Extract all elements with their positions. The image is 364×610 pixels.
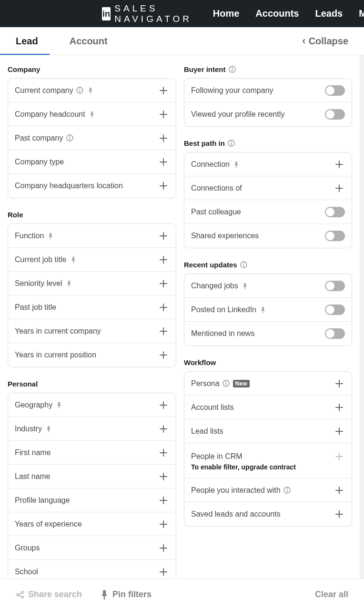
section-title-text: Best path in	[184, 139, 225, 147]
info-icon[interactable]	[76, 87, 84, 94]
pin-icon[interactable]	[65, 280, 73, 287]
toggle[interactable]	[325, 109, 345, 120]
pin-icon[interactable]	[47, 232, 54, 240]
filter-past-job-title[interactable]: Past job title	[8, 295, 176, 319]
pin-icon[interactable]	[241, 282, 249, 290]
filter-current-company[interactable]: Current company	[8, 79, 176, 102]
nav-leads[interactable]: Leads	[315, 8, 343, 19]
filter-saved-leads-accounts[interactable]: Saved leads and accounts	[184, 502, 352, 526]
filter-following-company: Following your company	[184, 79, 352, 102]
filter-label: Geography	[15, 401, 52, 409]
plus-icon[interactable]	[158, 132, 169, 144]
plus-icon[interactable]	[158, 542, 169, 554]
filter-list-personal: Geography Industry First name Last name …	[8, 393, 176, 579]
plus-icon[interactable]	[158, 423, 169, 435]
filter-past-company[interactable]: Past company	[8, 126, 176, 150]
plus-icon[interactable]	[334, 159, 345, 170]
toggle[interactable]	[325, 207, 345, 217]
nav-me[interactable]: Me	[359, 8, 364, 19]
pin-icon[interactable]	[87, 87, 94, 94]
pin-icon[interactable]	[259, 306, 267, 314]
plus-icon[interactable]	[158, 302, 169, 313]
clear-all-button[interactable]: Clear all	[315, 590, 348, 600]
info-icon[interactable]	[222, 380, 230, 387]
filter-company-hq-location[interactable]: Company headquarters location	[8, 174, 176, 198]
pin-icon[interactable]	[70, 256, 77, 264]
toggle[interactable]	[325, 231, 345, 241]
filter-company-headcount[interactable]: Company headcount	[8, 102, 176, 126]
plus-icon[interactable]	[158, 349, 169, 361]
filter-function[interactable]: Function	[8, 224, 176, 248]
collapse-label: Collapse	[309, 36, 348, 47]
plus-icon[interactable]	[158, 278, 169, 289]
pin-icon[interactable]	[88, 111, 96, 118]
info-icon[interactable]	[66, 134, 73, 142]
plus-icon[interactable]	[158, 180, 169, 192]
tab-lead[interactable]: Lead	[0, 27, 54, 55]
plus-icon[interactable]	[158, 518, 169, 530]
plus-icon[interactable]	[334, 402, 345, 413]
plus-icon[interactable]	[158, 109, 169, 120]
filter-persona[interactable]: Persona New	[184, 372, 352, 396]
info-icon[interactable]	[228, 140, 235, 147]
plus-icon[interactable]	[158, 85, 169, 96]
plus-icon[interactable]	[158, 495, 169, 506]
plus-icon[interactable]	[158, 447, 169, 458]
plus-icon[interactable]	[158, 325, 169, 337]
filter-lead-lists[interactable]: Lead lists	[184, 419, 352, 443]
filter-account-lists[interactable]: Account lists	[184, 396, 352, 419]
filter-years-experience[interactable]: Years of experience	[8, 512, 176, 536]
info-icon[interactable]	[229, 66, 236, 73]
filter-posted-linkedin: Posted on LinkedIn	[184, 298, 352, 322]
toggle[interactable]	[325, 305, 345, 315]
filter-note: To enable filter, upgrade contract	[191, 463, 345, 471]
filter-connection[interactable]: Connection	[184, 152, 352, 176]
plus-icon[interactable]	[158, 566, 169, 578]
filter-company-type[interactable]: Company type	[8, 150, 176, 174]
filter-school[interactable]: School	[8, 560, 176, 579]
filter-shared-experiences: Shared experiences	[184, 224, 352, 248]
plus-icon[interactable]	[158, 156, 169, 168]
tab-account[interactable]: Account	[54, 27, 123, 55]
pin-filters-button[interactable]: Pin filters	[100, 590, 152, 600]
main: Company Current company Company headcoun…	[0, 55, 364, 579]
info-icon[interactable]	[240, 261, 248, 269]
toggle[interactable]	[325, 328, 345, 339]
toggle[interactable]	[325, 281, 345, 291]
plus-icon[interactable]	[334, 183, 345, 194]
plus-icon[interactable]	[334, 426, 345, 437]
filter-label: Posted on LinkedIn	[191, 305, 256, 314]
toggle[interactable]	[325, 85, 345, 96]
plus-icon[interactable]	[158, 399, 169, 411]
pin-icon[interactable]	[55, 401, 63, 409]
plus-icon[interactable]	[334, 485, 345, 496]
filter-connections-of[interactable]: Connections of	[184, 176, 352, 200]
nav-home[interactable]: Home	[213, 8, 240, 19]
nav-accounts[interactable]: Accounts	[255, 8, 299, 19]
filter-years-current-position[interactable]: Years in current position	[8, 343, 176, 367]
pin-icon[interactable]	[233, 161, 240, 168]
plus-icon[interactable]	[334, 508, 345, 520]
filter-list-recent-updates: Changed jobs Posted on LinkedIn Mentione…	[184, 274, 352, 346]
filter-first-name[interactable]: First name	[8, 441, 176, 465]
filter-years-current-company[interactable]: Years in current company	[8, 319, 176, 343]
filter-groups[interactable]: Groups	[8, 536, 176, 560]
info-icon[interactable]	[283, 487, 291, 494]
filter-current-job-title[interactable]: Current job title	[8, 248, 176, 272]
filter-label: People in CRM	[191, 452, 243, 461]
filter-geography[interactable]: Geography	[8, 393, 176, 417]
collapse-button[interactable]: ‹ Collapse	[302, 36, 348, 47]
pin-icon[interactable]	[45, 425, 52, 433]
filter-last-name[interactable]: Last name	[8, 465, 176, 488]
plus-icon[interactable]	[158, 254, 169, 265]
filter-profile-language[interactable]: Profile language	[8, 488, 176, 512]
plus-icon[interactable]	[158, 230, 169, 242]
filter-industry[interactable]: Industry	[8, 417, 176, 441]
plus-icon[interactable]	[334, 378, 345, 389]
brand[interactable]: in Sales Navigator	[102, 3, 197, 24]
filter-people-interacted[interactable]: People you interacted with	[184, 478, 352, 502]
section-title-company: Company	[8, 65, 176, 73]
plus-icon[interactable]	[158, 471, 169, 482]
share-search-button[interactable]: Share search	[16, 590, 82, 600]
filter-seniority-level[interactable]: Seniority level	[8, 272, 176, 295]
